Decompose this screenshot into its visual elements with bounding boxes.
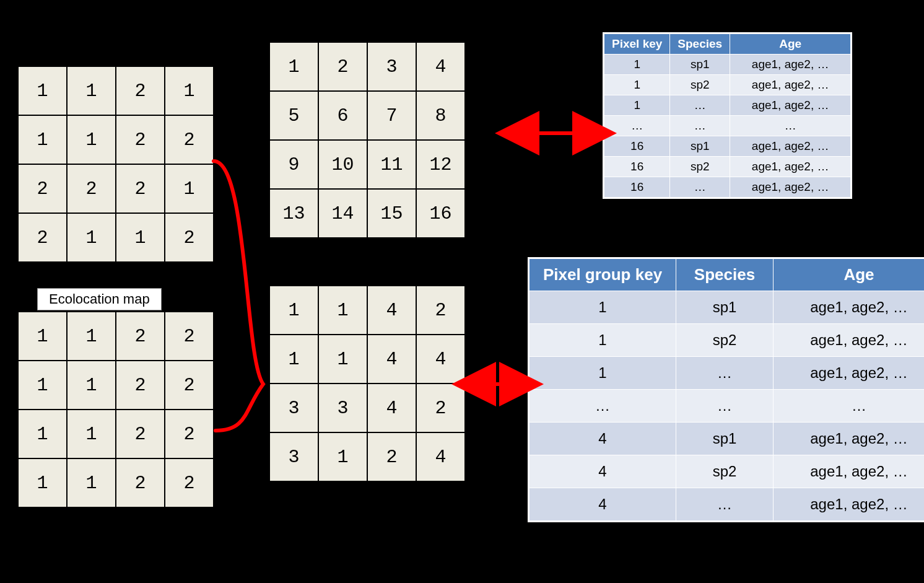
ecolocation-label: Ecolocation map bbox=[37, 288, 162, 310]
grid-bottom-mid: 1142 1144 3342 3124 bbox=[269, 285, 466, 482]
grid-top-mid: 1234 5678 9101112 13141516 bbox=[269, 42, 466, 239]
table-pixel-group-key: Pixel group key Species Age 1sp1age1, ag… bbox=[529, 258, 924, 521]
grid-top-left: 1121 1122 2221 2112 bbox=[17, 66, 214, 263]
grid-bottom-left: 1122 1122 1122 1122 bbox=[17, 311, 214, 508]
merge-brace-icon bbox=[214, 161, 263, 431]
table-pixel-key: Pixel key Species Age 1sp1age1, age2, … … bbox=[604, 33, 851, 198]
